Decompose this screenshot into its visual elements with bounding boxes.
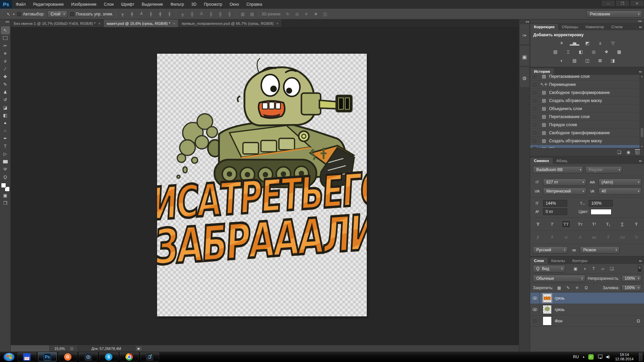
tab-navigator[interactable]: Навигатор: [582, 24, 607, 30]
3d-drag-icon[interactable]: ✛: [303, 11, 310, 17]
panel-menu-icon[interactable]: ▾≡: [637, 259, 644, 264]
start-button[interactable]: [3, 353, 15, 361]
history-row[interactable]: ↖✛ Перемещение: [530, 81, 644, 89]
eraser-tool[interactable]: ◪: [1, 104, 10, 111]
kerning-select[interactable]: Метрический▾: [543, 188, 586, 195]
menu-3d[interactable]: 3D: [188, 0, 200, 9]
status-menu-arrow[interactable]: ▶: [136, 346, 142, 351]
align-left-icon[interactable]: ┣: [147, 11, 154, 17]
align-top-icon[interactable]: ┳: [119, 11, 126, 17]
3d-rotate-icon[interactable]: ↻: [284, 11, 291, 17]
history-source-checkbox[interactable]: [530, 129, 539, 137]
panel-menu-icon[interactable]: ▾≡: [637, 159, 644, 164]
visibility-toggle[interactable]: [530, 293, 540, 304]
font-size-select[interactable]: 827 пт▾: [543, 178, 586, 186]
healing-brush-tool[interactable]: ✚: [1, 73, 10, 81]
gradient-map-icon[interactable]: ⊠: [596, 57, 604, 64]
document-tab-1[interactable]: Без имени-1 @ 16,7% (G08aD-YxEtI, RGB/8)…: [11, 19, 104, 27]
discretionary-ligatures-button[interactable]: st: [562, 234, 571, 241]
tab-swatches[interactable]: Образцы: [558, 24, 582, 30]
blur-tool[interactable]: ●: [1, 119, 10, 127]
horizontal-scale-field[interactable]: 100%: [589, 200, 613, 207]
filter-pixel-layers-icon[interactable]: ▣: [572, 266, 579, 271]
tab-close-icon[interactable]: ×: [173, 21, 175, 25]
scrollbar-thumb[interactable]: [641, 128, 643, 137]
distribute-hspace-icon[interactable]: ▥: [239, 11, 246, 17]
menu-layers[interactable]: Слои: [100, 0, 117, 9]
fractions-button[interactable]: ½: [632, 234, 641, 241]
distribute-hcenter-icon[interactable]: ╬: [216, 11, 224, 17]
pen-tool[interactable]: ✒: [1, 135, 10, 142]
menu-type[interactable]: Шрифт: [117, 0, 138, 9]
menu-help[interactable]: Справка: [243, 0, 266, 9]
close-button[interactable]: ✕: [630, 0, 644, 7]
layer-thumbnail[interactable]: [543, 316, 552, 325]
brush-presets-panel-button[interactable]: ⋯⋯⋯✑: [519, 24, 530, 45]
photo-filter-icon[interactable]: ◎: [589, 48, 598, 55]
distribute-vcenter-icon[interactable]: ╬: [188, 11, 196, 17]
leading-select[interactable]: (Авто)▾: [598, 178, 642, 186]
collapse-panels-icon[interactable]: ▶▶: [638, 20, 642, 22]
menu-edit[interactable]: Редактирование: [30, 0, 67, 9]
vertical-scale-field[interactable]: 144%: [543, 200, 567, 207]
superscript-button[interactable]: T¹: [590, 220, 598, 228]
type-tool[interactable]: T: [1, 142, 10, 150]
show-desktop-button[interactable]: [639, 353, 643, 361]
font-family-select[interactable]: BadaBoom BB▾: [533, 166, 583, 173]
distribute-right-icon[interactable]: ╣: [226, 11, 233, 17]
zoom-tool[interactable]: Ϙ: [1, 173, 10, 181]
titling-alternates-button[interactable]: T: [604, 234, 612, 241]
history-source-checkbox[interactable]: [530, 137, 539, 145]
history-source-checkbox[interactable]: [530, 145, 539, 148]
menu-select[interactable]: Выделение: [138, 0, 167, 9]
taskbar-origin[interactable]: O: [58, 352, 77, 361]
align-vcenter-icon[interactable]: ╋: [128, 11, 136, 17]
history-source-checkbox[interactable]: [530, 121, 539, 128]
vibrance-icon[interactable]: ▽: [608, 40, 617, 46]
contextual-alternates-button[interactable]: ð: [548, 234, 556, 241]
marquee-tool[interactable]: [1, 34, 10, 42]
tab-adjustments[interactable]: Коррекция: [530, 24, 558, 30]
move-tool[interactable]: ↖: [1, 27, 10, 34]
dodge-tool[interactable]: ○: [1, 127, 10, 135]
underline-button[interactable]: T: [618, 220, 627, 228]
faux-italic-button[interactable]: T: [548, 220, 556, 228]
tab-close-icon[interactable]: ×: [276, 21, 278, 25]
document-tab-3[interactable]: превью_поправленное.psd @ 66,7% (грязь, …: [179, 19, 282, 27]
lock-all-icon[interactable]: Ω: [583, 286, 590, 290]
ordinals-button[interactable]: 1st: [618, 234, 627, 241]
autoselect-checkbox[interactable]: [17, 12, 21, 16]
3d-slide-icon[interactable]: ❖: [312, 11, 319, 17]
filter-toggle-switch[interactable]: [638, 266, 641, 272]
scroll-down-icon[interactable]: ▼: [641, 145, 643, 148]
history-source-checkbox[interactable]: [530, 75, 539, 80]
antialias-select[interactable]: Резкое⇕: [580, 246, 620, 254]
panel-menu-icon[interactable]: ▾≡: [637, 25, 644, 30]
filter-shape-layers-icon[interactable]: ▱: [599, 266, 606, 271]
taskbar-clock[interactable]: 19:14 12.08.2014: [613, 353, 636, 361]
distribute-left-icon[interactable]: ╠: [207, 11, 214, 17]
history-scrollbar[interactable]: ▲ ▼: [640, 75, 644, 148]
quick-mask-button[interactable]: ▣: [1, 192, 10, 199]
filter-smart-objects-icon[interactable]: ❏: [608, 266, 615, 271]
expand-panels-icon[interactable]: ◀◀: [525, 20, 529, 23]
distribute-bottom-icon[interactable]: ╩: [198, 11, 205, 17]
text-color-swatch[interactable]: [591, 209, 611, 215]
history-source-checkbox[interactable]: [530, 97, 539, 104]
taskbar-photoshop-active[interactable]: Ps: [38, 352, 57, 361]
history-row[interactable]: ▤ Перетаскивание слоя: [530, 113, 644, 121]
lock-pixels-icon[interactable]: ✎: [565, 286, 572, 290]
gradient-tool[interactable]: ◧: [1, 111, 10, 119]
levels-icon[interactable]: ▂▅▂: [570, 40, 579, 46]
black-white-icon[interactable]: ◧: [577, 48, 585, 55]
taskbar-steam[interactable]: ☉: [79, 352, 98, 361]
threshold-icon[interactable]: ◫: [583, 57, 592, 64]
tool-preset-arrow-icon[interactable]: ▾: [13, 13, 14, 16]
font-style-select[interactable]: Regular▾: [585, 166, 622, 173]
align-right-icon[interactable]: ┫: [166, 11, 173, 17]
distribute-vspace-icon[interactable]: ▤: [248, 11, 256, 17]
scroll-up-icon[interactable]: ▲: [641, 75, 643, 77]
new-document-from-state-icon[interactable]: ❏: [617, 150, 621, 155]
history-row[interactable]: ▤ Порядок слоев: [530, 121, 644, 129]
restore-button[interactable]: ❐: [615, 0, 630, 7]
